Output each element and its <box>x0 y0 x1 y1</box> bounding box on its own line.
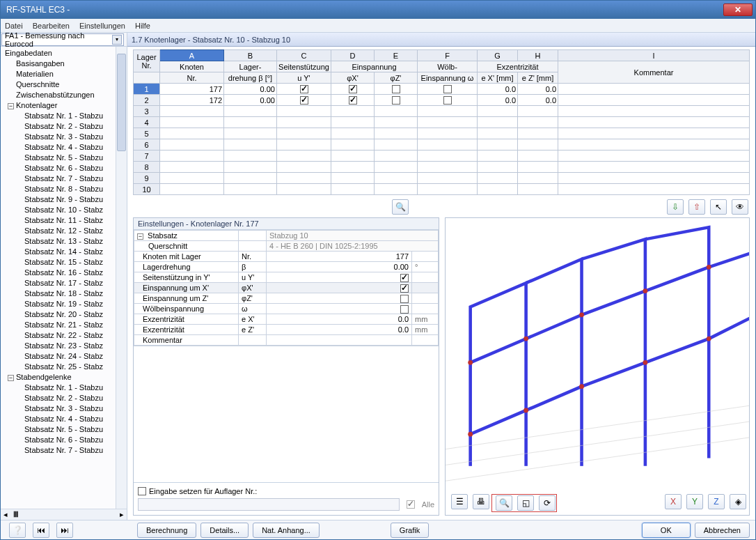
svg-point-18 <box>643 360 647 365</box>
tree-stabsatz-1[interactable]: Stabsatz Nr. 1 - Stabzu <box>2 111 127 121</box>
tree-stabendgelenke[interactable]: −Stabendgelenke <box>2 372 127 383</box>
tree-stabsatz-16[interactable]: Stabsatz Nr. 16 - Stabz <box>2 268 127 278</box>
tree-stabend-5[interactable]: Stabsatz Nr. 5 - Stabzu <box>2 424 127 435</box>
footer: ❔ ⏮ ⏭ Berechnung Details... Nat. Anhang.… <box>1 520 755 539</box>
tree-stabsatz-21[interactable]: Stabsatz Nr. 21 - Stabz <box>2 320 127 330</box>
nav-prev-icon[interactable]: ⏮ <box>33 523 49 538</box>
tree-stabend-3[interactable]: Stabsatz Nr. 3 - Stabzu <box>2 403 127 414</box>
titlebar: RF-STAHL EC3 - ✕ <box>1 1 755 19</box>
tree-stabsatz-11[interactable]: Stabsatz Nr. 11 - Stabz <box>2 215 127 226</box>
svg-point-16 <box>523 408 528 412</box>
tree-stabsatz-14[interactable]: Stabsatz Nr. 14 - Stabz <box>2 247 127 257</box>
section-header: 1.7 Knotenlager - Stabsatz Nr. 10 - Stab… <box>127 33 755 47</box>
tree-stabend-4[interactable]: Stabsatz Nr. 4 - Stabzu <box>2 414 127 424</box>
print-icon[interactable]: 🖶 <box>473 494 489 509</box>
axis-x-icon[interactable]: X <box>665 494 682 509</box>
tree-stabsatz-5[interactable]: Stabsatz Nr. 5 - Stabzu <box>2 153 127 163</box>
tree-stabsatz-6[interactable]: Stabsatz Nr. 6 - Stabzu <box>2 163 127 173</box>
svg-point-13 <box>707 265 711 270</box>
loadcase-combo[interactable]: FA1 - Bemessung nach Eurocod ▾ <box>1 33 124 46</box>
nav-next-icon[interactable]: ⏭ <box>56 523 73 538</box>
settings-panel: Einstellungen - Knotenlager Nr. 177 − St… <box>133 217 439 516</box>
svg-point-12 <box>643 288 647 293</box>
help-icon[interactable]: ❔ <box>9 523 26 538</box>
tree-stabsatz-7[interactable]: Stabsatz Nr. 7 - Stabzu <box>2 173 127 184</box>
details-button[interactable]: Details... <box>200 523 249 538</box>
tree-stabend-2[interactable]: Stabsatz Nr. 2 - Stabzu <box>2 393 127 403</box>
tree-stabend-6[interactable]: Stabsatz Nr. 6 - Stabzu <box>2 435 127 445</box>
tree-stabsatz-19[interactable]: Stabsatz Nr. 19 - Stabz <box>2 299 127 309</box>
tree-stabsatz-15[interactable]: Stabsatz Nr. 15 - Stabz <box>2 257 127 268</box>
highlighted-toolbar-group: 🔍 ◱ ⟳ <box>491 494 557 512</box>
tree-stabsatz-24[interactable]: Stabsatz Nr. 24 - Stabz <box>2 351 127 362</box>
menu-settings[interactable]: Einstellungen <box>79 22 125 30</box>
tree-hscroll[interactable]: ◂Ⅲ ▸ <box>1 509 127 520</box>
import-icon[interactable]: ⇩ <box>667 199 684 215</box>
svg-line-8 <box>445 434 750 482</box>
tree-stabend-7[interactable]: Stabsatz Nr. 7 - Stabzu <box>2 445 127 456</box>
tree-stabsatz-3[interactable]: Stabsatz Nr. 3 - Stabzu <box>2 132 127 142</box>
tree-stabsatz-18[interactable]: Stabsatz Nr. 18 - Stabz <box>2 288 127 299</box>
svg-point-17 <box>579 384 584 389</box>
iso-icon[interactable]: ◈ <box>730 494 746 509</box>
set-for-support-check[interactable] <box>138 487 146 495</box>
tree-stabsatz-25[interactable]: Stabsatz Nr. 25 - Stabz <box>2 362 127 372</box>
rotate-icon[interactable]: ⟳ <box>539 495 556 511</box>
tree-materialien[interactable]: Materialien <box>2 69 127 79</box>
fit-icon[interactable]: ◱ <box>517 495 534 511</box>
tree-stabsatz-17[interactable]: Stabsatz Nr. 17 - Stabz <box>2 278 127 288</box>
tree-stabsatz-4[interactable]: Stabsatz Nr. 4 - Stabzu <box>2 142 127 153</box>
svg-point-11 <box>579 312 584 317</box>
tree-stabsatz-23[interactable]: Stabsatz Nr. 23 - Stabz <box>2 341 127 351</box>
menu-help[interactable]: Hilfe <box>135 22 150 30</box>
abbrechen-button[interactable]: Abbrechen <box>695 523 750 538</box>
svg-point-9 <box>468 360 473 365</box>
chevron-down-icon: ▾ <box>112 35 122 45</box>
berechnung-button[interactable]: Berechnung <box>137 523 196 538</box>
eye-icon[interactable]: 👁 <box>732 199 748 215</box>
tree-stabsatz-20[interactable]: Stabsatz Nr. 20 - Stabz <box>2 309 127 320</box>
sidebar: FA1 - Bemessung nach Eurocod ▾ Eingabeda… <box>1 33 127 520</box>
3d-viewer[interactable]: ☰ 🖶 🔍 ◱ ⟳ X Y Z ◈ <box>445 217 750 516</box>
tree-stabsatz-8[interactable]: Stabsatz Nr. 8 - Stabzu <box>2 184 127 194</box>
tree-querschnitte[interactable]: Querschnitte <box>2 79 127 90</box>
svg-point-19 <box>707 337 711 341</box>
tree-scrollbar[interactable] <box>116 47 127 509</box>
menubar: Datei Bearbeiten Einstellungen Hilfe <box>1 19 755 33</box>
nav-tree[interactable]: Eingabedaten Basisangaben Materialien Qu… <box>1 47 127 509</box>
tree-stabsatz-9[interactable]: Stabsatz Nr. 9 - Stabzu <box>2 194 127 205</box>
tree-zwischen[interactable]: Zwischenabstützungen <box>2 90 127 100</box>
data-grid[interactable]: LagerNr. A B C D E F G H I KnotenLager-S… <box>133 49 750 195</box>
properties-table[interactable]: − StabsatzStabzug 10 Querschnitt4 - HE B… <box>134 230 439 346</box>
svg-point-15 <box>468 432 473 437</box>
svg-point-10 <box>523 337 528 341</box>
support-nr-input <box>138 498 400 511</box>
tree-stabsatz-10[interactable]: Stabsatz Nr. 10 - Stabz <box>2 205 127 215</box>
nat-anhang-button[interactable]: Nat. Anhang... <box>253 523 320 538</box>
all-check <box>407 500 415 509</box>
tree-knotenlager[interactable]: −Knotenlager <box>2 100 127 111</box>
pick-icon[interactable]: ↖ <box>710 199 727 215</box>
axis-y-icon[interactable]: Y <box>686 494 703 509</box>
menu-edit[interactable]: Bearbeiten <box>33 22 70 30</box>
find-icon[interactable]: 🔍 <box>392 199 409 215</box>
grafik-button[interactable]: Grafik <box>391 523 429 538</box>
tree-stabsatz-13[interactable]: Stabsatz Nr. 13 - Stabz <box>2 236 127 247</box>
menu-file[interactable]: Datei <box>5 22 23 30</box>
settings-title: Einstellungen - Knotenlager Nr. 177 <box>134 218 439 230</box>
tree-basisangaben[interactable]: Basisangaben <box>2 59 127 69</box>
close-button[interactable]: ✕ <box>723 3 753 16</box>
tree-stabsatz-2[interactable]: Stabsatz Nr. 2 - Stabzu <box>2 121 127 132</box>
view-list-icon[interactable]: ☰ <box>451 494 468 509</box>
tree-stabsatz-22[interactable]: Stabsatz Nr. 22 - Stabz <box>2 330 127 341</box>
ok-button[interactable]: OK <box>642 523 691 538</box>
axis-z-icon[interactable]: Z <box>708 494 725 509</box>
tree-stabsatz-12[interactable]: Stabsatz Nr. 12 - Stabz <box>2 226 127 236</box>
tree-stabend-1[interactable]: Stabsatz Nr. 1 - Stabzu <box>2 383 127 393</box>
zoom-icon[interactable]: 🔍 <box>496 495 512 511</box>
window-title: RF-STAHL EC3 - <box>3 5 723 15</box>
export-icon[interactable]: ⇧ <box>688 199 705 215</box>
